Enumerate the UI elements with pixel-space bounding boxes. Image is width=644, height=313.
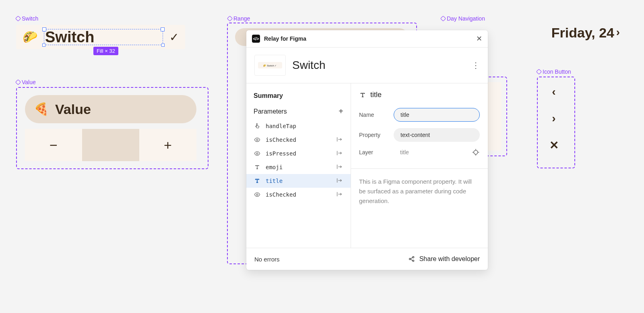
day-nav-title: Friday, 24 [551, 25, 614, 41]
component-icon [15, 79, 21, 85]
parameter-name: isChecked [266, 191, 331, 198]
parameter-row[interactable]: isPressed [246, 147, 351, 160]
relay-panel: </> Relay for Figma ✕ 🌮 Switch ✓ Switch … [246, 30, 488, 270]
error-status[interactable]: No errors [254, 256, 280, 263]
layer-row: Layer title [359, 148, 480, 156]
detail-description: This is a Figma component property. It w… [351, 168, 488, 206]
parameter-name: emoji [266, 164, 331, 170]
detail-heading-text: title [370, 91, 382, 99]
component-icon [536, 69, 542, 75]
value-pill[interactable]: 🍕 Value [25, 95, 196, 123]
parameters-heading-row: Parameters + [246, 107, 351, 119]
switch-component[interactable]: 🌮 Switch ✓ [16, 25, 185, 49]
panel-body: Summary Parameters + handleTapisCheckedi… [246, 83, 488, 248]
target-icon[interactable] [472, 148, 480, 156]
panel-left-column: Summary Parameters + handleTapisCheckedi… [246, 83, 351, 248]
selection-size-badge: Fill × 32 [93, 47, 118, 55]
chevron-right-icon[interactable]: › [616, 26, 620, 39]
component-label-iconbutton[interactable]: Icon Button [537, 68, 571, 75]
property-label: Property [359, 132, 394, 138]
eye-icon [254, 150, 261, 157]
text-icon [359, 91, 366, 99]
add-parameter-icon[interactable]: + [339, 107, 343, 116]
name-label: Name [359, 112, 394, 118]
panel-header: 🌮 Switch ✓ Switch ⋮ [246, 48, 488, 83]
arrow-in-icon [336, 164, 343, 171]
switch-title-text: Switch [45, 29, 94, 46]
parameter-row[interactable]: handleTap [246, 119, 351, 133]
parameter-name: isPressed [266, 150, 331, 157]
parameter-name: title [266, 178, 331, 184]
layer-label: Layer [359, 149, 394, 155]
panel-app-title: Relay for Figma [264, 35, 472, 42]
arrow-in-icon [336, 136, 343, 143]
value-title: Value [55, 102, 91, 117]
name-row: Name title [359, 108, 480, 122]
minus-button[interactable]: − [25, 129, 82, 161]
value-stepper: − + [25, 129, 196, 161]
switch-emoji: 🌮 [23, 31, 37, 43]
panel-right-column: title Name title Property text-content L… [351, 83, 488, 248]
parameter-row[interactable]: title [246, 174, 351, 188]
property-row: Property text-content [359, 128, 480, 142]
more-icon[interactable]: ⋮ [472, 60, 480, 70]
svg-point-1 [256, 153, 258, 154]
selection-handle[interactable] [42, 44, 45, 47]
chevron-right-icon[interactable]: › [542, 112, 566, 125]
summary-heading[interactable]: Summary [246, 91, 351, 107]
parameter-row[interactable]: isChecked [246, 133, 351, 147]
component-icon [227, 16, 233, 21]
detail-heading: title [359, 91, 480, 99]
component-icon [440, 16, 446, 21]
svg-line-11 [411, 257, 413, 259]
arrow-in-icon [336, 191, 343, 198]
parameter-name: isChecked [266, 137, 331, 143]
component-label-text: Value [22, 79, 36, 85]
text-icon [254, 164, 261, 171]
panel-titlebar[interactable]: </> Relay for Figma ✕ [246, 30, 488, 48]
component-thumbnail: 🌮 Switch ✓ [254, 55, 286, 76]
thumbnail-preview: 🌮 Switch ✓ [258, 62, 282, 68]
arrow-in-icon [336, 177, 343, 184]
component-label-daynav[interactable]: Day Navigation [441, 15, 485, 22]
checkmark-icon: ✓ [169, 31, 179, 44]
stepper-display [82, 129, 139, 161]
svg-point-2 [256, 194, 258, 195]
value-emoji: 🍕 [34, 103, 49, 115]
share-label: Share with developer [419, 255, 480, 263]
share-icon [408, 255, 415, 263]
switch-title-selected[interactable]: Switch [44, 29, 163, 45]
tap-icon [254, 122, 261, 130]
selection-handle[interactable] [161, 44, 165, 47]
svg-point-0 [256, 139, 258, 141]
component-label-range[interactable]: Range [228, 15, 250, 22]
parameter-row[interactable]: emoji [246, 160, 351, 174]
parameters-heading: Parameters [254, 108, 287, 115]
close-icon[interactable]: ✕ [542, 139, 566, 152]
component-icon [15, 16, 21, 21]
layer-value: title [394, 149, 472, 155]
component-label-text: Icon Button [543, 68, 571, 75]
chevron-left-icon[interactable]: ‹ [542, 85, 566, 98]
component-label-text: Switch [22, 15, 38, 22]
close-icon[interactable]: ✕ [476, 34, 482, 43]
name-input[interactable]: title [394, 108, 480, 122]
component-label-switch[interactable]: Switch [16, 15, 38, 22]
property-input[interactable]: text-content [394, 128, 480, 142]
share-button[interactable]: Share with developer [408, 255, 480, 263]
component-label-value[interactable]: Value [16, 79, 36, 85]
relay-app-icon: </> [252, 35, 260, 43]
parameter-row[interactable]: isChecked [246, 188, 351, 201]
component-label-text: Range [233, 15, 250, 22]
arrow-in-icon [336, 150, 343, 157]
svg-line-12 [411, 259, 413, 261]
eye-icon [254, 191, 261, 198]
parameter-name: handleTap [266, 123, 332, 129]
panel-footer: No errors Share with developer [246, 248, 488, 270]
eye-icon [254, 136, 261, 143]
component-name: Switch [292, 59, 465, 72]
text-icon [254, 177, 261, 184]
plus-button[interactable]: + [139, 129, 196, 161]
component-label-text: Day Navigation [447, 15, 485, 22]
parameter-list: handleTapisCheckedisPressedemojititleisC… [246, 119, 351, 201]
